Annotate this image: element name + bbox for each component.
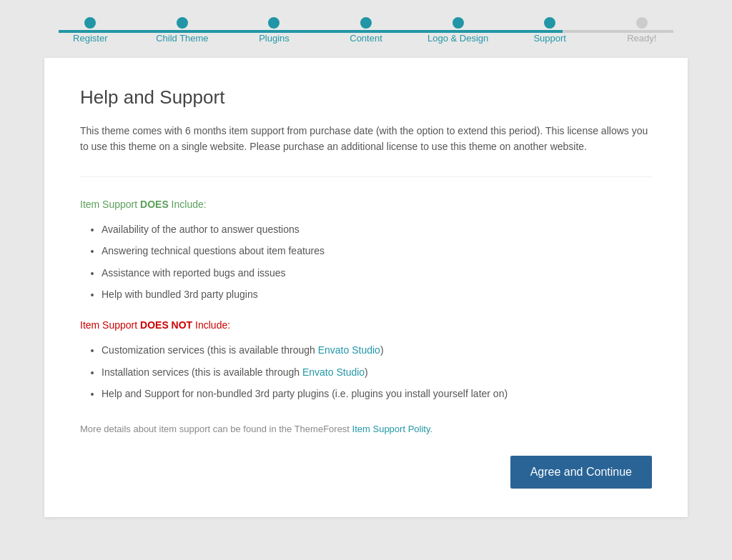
footer-note-after: . xyxy=(430,424,432,434)
wizard-step-label-child-theme: Child Theme xyxy=(156,33,208,44)
installation-text-before: Installation services (this is available… xyxy=(102,366,302,378)
does-heading-bold: DOES xyxy=(140,199,169,210)
does-heading-prefix: Item Support xyxy=(80,199,140,210)
wizard-step-label-register: Register xyxy=(73,33,107,44)
main-card: Help and Support This theme comes with 6… xyxy=(44,58,688,517)
does-not-include-list: Customization services (this is availabl… xyxy=(80,342,652,401)
envato-studio-link-2[interactable]: Envato Studio xyxy=(302,366,365,378)
wizard-step-logo-design[interactable]: Logo & Design xyxy=(412,17,504,44)
installation-text-after: ) xyxy=(365,366,368,378)
footer-note: More details about item support can be f… xyxy=(80,424,652,434)
list-item: Help with bundled 3rd party plugins xyxy=(102,286,652,302)
wizard-step-label-content: Content xyxy=(350,33,382,44)
does-not-include-section: Item Support DOES NOT Include: Customiza… xyxy=(80,319,652,401)
wizard-step-register[interactable]: Register xyxy=(44,17,137,44)
does-not-include-heading: Item Support DOES NOT Include: xyxy=(80,319,652,331)
wizard-step-dot-content xyxy=(360,17,372,29)
wizard-step-content[interactable]: Content xyxy=(320,17,412,44)
item-support-policy-link[interactable]: Item Support Polity xyxy=(352,424,430,434)
list-item: Answering technical questions about item… xyxy=(102,243,652,259)
does-include-list: Availability of the author to answer que… xyxy=(80,221,652,303)
list-item: Help and Support for non-bundled 3rd par… xyxy=(102,386,652,401)
wizard-nav: Register Child Theme Plugins Content Log… xyxy=(44,14,688,44)
customization-text-after: ) xyxy=(380,344,384,356)
wizard-step-support[interactable]: Support xyxy=(504,17,596,44)
does-include-heading: Item Support DOES Include: xyxy=(80,199,652,210)
wizard-step-label-ready: Ready! xyxy=(627,33,656,44)
card-footer: Agree and Continue xyxy=(80,456,652,489)
footer-note-before: More details about item support can be f… xyxy=(80,424,352,434)
wizard-step-label-plugins: Plugins xyxy=(259,33,290,44)
wizard-steps: Register Child Theme Plugins Content Log… xyxy=(44,14,688,44)
list-item: Customization services (this is availabl… xyxy=(102,342,652,358)
agree-continue-button[interactable]: Agree and Continue xyxy=(510,456,652,489)
list-item: Installation services (this is available… xyxy=(102,364,652,380)
wizard-step-label-logo-design: Logo & Design xyxy=(427,33,488,44)
envato-studio-link-1[interactable]: Envato Studio xyxy=(318,344,380,356)
wizard-step-ready[interactable]: Ready! xyxy=(595,17,688,44)
customization-text-before: Customization services (this is availabl… xyxy=(102,344,318,356)
does-not-heading-prefix: Item Support xyxy=(80,319,140,331)
wizard-step-dot-register xyxy=(84,17,96,29)
list-item: Assistance with reported bugs and issues xyxy=(102,265,652,281)
list-item: Availability of the author to answer que… xyxy=(102,221,652,237)
wizard-step-dot-support xyxy=(544,17,555,29)
does-not-heading-bold: DOES NOT xyxy=(140,319,192,331)
wizard-step-dot-logo-design xyxy=(452,17,464,29)
does-not-heading-suffix: Include: xyxy=(192,319,230,331)
wizard-step-child-theme[interactable]: Child Theme xyxy=(137,17,229,44)
card-description: This theme comes with 6 months item supp… xyxy=(80,123,652,177)
does-include-section: Item Support DOES Include: Availability … xyxy=(80,199,652,303)
does-heading-suffix: Include: xyxy=(169,199,207,210)
wizard-step-plugins[interactable]: Plugins xyxy=(228,17,320,44)
wizard-step-dot-ready xyxy=(636,17,648,29)
wizard-step-label-support: Support xyxy=(533,33,566,44)
page-title: Help and Support xyxy=(80,86,652,109)
wizard-step-dot-child-theme xyxy=(177,17,188,29)
wizard-step-dot-plugins xyxy=(268,17,280,29)
